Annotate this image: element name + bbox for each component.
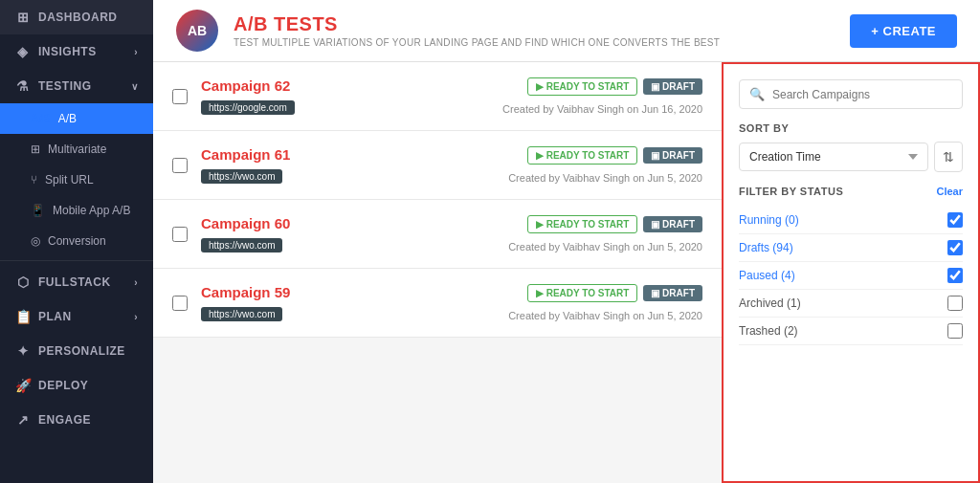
sort-select[interactable]: Creation Time Last Modified Name Status bbox=[739, 143, 928, 171]
campaign-created: Created by Vaibhav Singh on Jun 5, 2020 bbox=[508, 241, 702, 252]
chevron-right-icon: › bbox=[134, 312, 138, 322]
sidebar-item-fullstack[interactable]: ⬡ Fullstack › bbox=[0, 265, 153, 299]
search-input[interactable] bbox=[772, 88, 952, 101]
sidebar-item-plan[interactable]: 📋 Plan › bbox=[0, 299, 153, 334]
draft-badge: ▣ DRAFT bbox=[643, 216, 702, 232]
campaign-url: https://vwo.com bbox=[201, 169, 282, 184]
sidebar-item-label: Fullstack bbox=[38, 275, 111, 289]
sidebar-item-label: Plan bbox=[38, 310, 72, 323]
filter-archived-label: Archived (1) bbox=[739, 296, 801, 310]
sidebar-item-ab[interactable]: A/B A/B bbox=[0, 103, 153, 134]
chevron-right-icon: › bbox=[134, 47, 138, 57]
campaign-badges: ▶ READY TO START ▣ DRAFT bbox=[527, 146, 702, 165]
sidebar-item-label: Insights bbox=[38, 45, 97, 58]
campaign-name[interactable]: Campaign 62 bbox=[201, 77, 489, 94]
mobile-icon: 📱 bbox=[31, 204, 45, 217]
ready-badge: ▶ READY TO START bbox=[527, 77, 637, 96]
main-area: AB A/B TESTS TEST MULTIPLE VARIATIONS OF… bbox=[153, 0, 980, 483]
campaign-badges: ▶ READY TO START ▣ DRAFT bbox=[527, 284, 702, 302]
campaign-meta: ▶ READY TO START ▣ DRAFT Created by Vaib… bbox=[508, 215, 702, 252]
sidebar-item-personalize[interactable]: ✦ Personalize bbox=[0, 334, 153, 368]
sidebar-item-dashboard[interactable]: ⊞ Dashboard bbox=[0, 0, 153, 34]
insights-icon: ◈ bbox=[15, 44, 31, 59]
campaign-info: Campaign 60 https://vwo.com bbox=[201, 215, 495, 252]
dashboard-icon: ⊞ bbox=[15, 10, 31, 25]
multivariate-icon: ⊞ bbox=[31, 143, 40, 156]
filter-section: FILTER BY STATUS Clear Running (0) Draft… bbox=[739, 186, 963, 345]
sidebar-item-label: Personalize bbox=[38, 344, 125, 358]
campaign-created: Created by Vaibhav Singh on Jun 16, 2020 bbox=[502, 103, 702, 115]
sidebar-item-label: Split URL bbox=[45, 173, 94, 187]
draft-badge: ▣ DRAFT bbox=[643, 78, 702, 95]
sidebar-item-spliturl[interactable]: ⑂ Split URL bbox=[0, 165, 153, 195]
filter-running-label: Running (0) bbox=[739, 213, 799, 227]
sidebar-item-label: Dashboard bbox=[38, 11, 118, 24]
chevron-down-icon: ∨ bbox=[131, 81, 139, 92]
sidebar-item-mobileapp[interactable]: 📱 Mobile App A/B bbox=[0, 195, 153, 226]
sort-row: Creation Time Last Modified Name Status … bbox=[739, 142, 963, 172]
sort-order-button[interactable]: ⇅ bbox=[934, 142, 963, 172]
filter-trashed-checkbox[interactable] bbox=[947, 323, 963, 339]
search-box: 🔍 bbox=[739, 79, 963, 109]
campaign-created: Created by Vaibhav Singh on Jun 5, 2020 bbox=[508, 172, 702, 184]
filter-running-checkbox[interactable] bbox=[947, 212, 963, 228]
chevron-right-icon: › bbox=[134, 277, 138, 288]
filter-item-trashed: Trashed (2) bbox=[739, 318, 963, 345]
ab-icon: A/B bbox=[31, 112, 51, 125]
campaign-name[interactable]: Campaign 61 bbox=[201, 146, 495, 163]
clear-filter-button[interactable]: Clear bbox=[936, 186, 963, 197]
sidebar-item-deploy[interactable]: 🚀 Deploy bbox=[0, 368, 153, 403]
filter-trashed-label: Trashed (2) bbox=[739, 324, 798, 338]
sort-label: SORT BY bbox=[739, 122, 963, 134]
campaign-name[interactable]: Campaign 60 bbox=[201, 215, 495, 231]
sidebar-item-label: Mobile App A/B bbox=[53, 204, 130, 217]
draft-badge: ▣ DRAFT bbox=[643, 285, 702, 301]
filter-drafts-checkbox[interactable] bbox=[947, 240, 963, 255]
engage-icon: ↗ bbox=[15, 412, 31, 428]
deploy-icon: 🚀 bbox=[15, 378, 31, 393]
sidebar-item-label: Deploy bbox=[38, 379, 88, 392]
campaign-info: Campaign 62 https://google.com bbox=[201, 77, 489, 115]
sidebar-item-label: Testing bbox=[38, 79, 92, 93]
campaign-url: https://vwo.com bbox=[201, 307, 282, 321]
header-text: A/B TESTS TEST MULTIPLE VARIATIONS OF YO… bbox=[234, 13, 835, 48]
conversion-icon: ◎ bbox=[31, 234, 40, 248]
campaign-info: Campaign 61 https://vwo.com bbox=[201, 146, 495, 184]
campaign-checkbox[interactable] bbox=[172, 158, 188, 173]
filter-item-paused: Paused (4) bbox=[739, 262, 963, 290]
campaign-badges: ▶ READY TO START ▣ DRAFT bbox=[527, 215, 702, 233]
sidebar-item-conversion[interactable]: ◎ Conversion bbox=[0, 226, 153, 256]
campaign-checkbox[interactable] bbox=[172, 296, 188, 311]
campaign-created: Created by Vaibhav Singh on Jun 5, 2020 bbox=[508, 310, 702, 321]
table-row: Campaign 61 https://vwo.com ▶ READY TO S… bbox=[153, 131, 722, 200]
sidebar-item-insights[interactable]: ◈ Insights › bbox=[0, 34, 153, 69]
ready-badge: ▶ READY TO START bbox=[527, 215, 637, 233]
sort-order-icon: ⇅ bbox=[943, 149, 954, 165]
filter-label: FILTER BY STATUS bbox=[739, 186, 843, 197]
divider bbox=[0, 260, 153, 261]
filter-item-running: Running (0) bbox=[739, 207, 963, 234]
sidebar-item-engage[interactable]: ↗ Engage bbox=[0, 403, 153, 437]
ready-badge: ▶ READY TO START bbox=[527, 146, 637, 165]
sidebar-item-testing[interactable]: ⚗ Testing ∨ bbox=[0, 69, 153, 103]
page-header: AB A/B TESTS TEST MULTIPLE VARIATIONS OF… bbox=[153, 0, 980, 62]
campaign-url: https://google.com bbox=[201, 100, 295, 115]
spliturl-icon: ⑂ bbox=[31, 173, 37, 187]
table-row: Campaign 59 https://vwo.com ▶ READY TO S… bbox=[153, 269, 722, 338]
campaign-checkbox[interactable] bbox=[172, 89, 188, 104]
campaign-meta: ▶ READY TO START ▣ DRAFT Created by Vaib… bbox=[502, 77, 702, 115]
table-row: Campaign 60 https://vwo.com ▶ READY TO S… bbox=[153, 200, 722, 269]
sidebar-item-label: Multivariate bbox=[48, 143, 106, 156]
campaign-meta: ▶ READY TO START ▣ DRAFT Created by Vaib… bbox=[508, 284, 702, 321]
campaign-name[interactable]: Campaign 59 bbox=[201, 284, 495, 300]
sidebar-item-label: Conversion bbox=[48, 234, 106, 248]
filter-paused-checkbox[interactable] bbox=[947, 268, 963, 283]
create-button[interactable]: + CREATE bbox=[850, 14, 957, 48]
sidebar: ⊞ Dashboard ◈ Insights › ⚗ Testing ∨ A/B… bbox=[0, 0, 153, 483]
campaign-checkbox[interactable] bbox=[172, 227, 188, 242]
campaign-info: Campaign 59 https://vwo.com bbox=[201, 284, 495, 321]
sidebar-item-label: A/B bbox=[58, 112, 77, 125]
sidebar-item-multivariate[interactable]: ⊞ Multivariate bbox=[0, 134, 153, 165]
fullstack-icon: ⬡ bbox=[15, 274, 31, 290]
filter-archived-checkbox[interactable] bbox=[947, 296, 963, 311]
